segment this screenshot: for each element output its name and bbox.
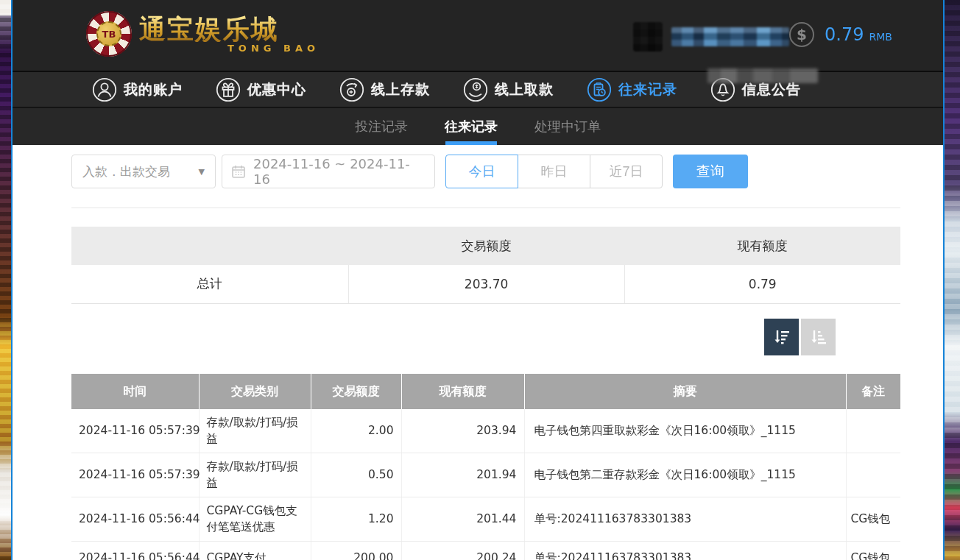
sort-descending-button[interactable]	[764, 319, 799, 355]
records-table: 时间 交易类别 交易额度 现有额度 摘要 备注 2024-11-16 05:57…	[71, 374, 900, 560]
table-row: 2024-11-16 05:57:39 存款/取款/打码/损益 0.50 201…	[71, 453, 900, 497]
redaction-blur	[707, 68, 818, 83]
cell-balance: 201.44	[401, 497, 524, 541]
cell-summary: 电子钱包第二重存款彩金《次日16:00领取》_1115	[524, 453, 846, 497]
summary-total-row: 总计 203.70 0.79	[71, 265, 900, 303]
nav-promotions[interactable]: 优惠中心	[216, 77, 306, 102]
today-button[interactable]: 今日	[445, 155, 518, 188]
cell-time: 2024-11-16 05:57:39	[71, 409, 199, 453]
tab-betting-records[interactable]: 投注记录	[352, 108, 411, 145]
nav-my-account[interactable]: 我的账户	[92, 77, 183, 102]
cell-amount: 2.00	[311, 409, 401, 453]
background-window-left	[0, 0, 11, 560]
cell-time: 2024-11-16 05:56:44	[71, 541, 199, 560]
selected-type-label: 入款．出款交易	[82, 163, 170, 180]
gift-icon	[216, 77, 241, 102]
cell-type: 存款/取款/打码/损益	[199, 453, 311, 497]
cell-note	[846, 453, 900, 497]
site-logo[interactable]: TB 通宝娱乐城 TONG BAO	[86, 11, 320, 57]
user-icon	[92, 77, 117, 102]
section-divider	[71, 208, 900, 208]
summary-header-empty	[71, 227, 348, 265]
cell-amount: 0.50	[311, 453, 401, 497]
cell-type: CGPAY支付	[199, 541, 311, 560]
records-header-row: 时间 交易类别 交易额度 现有额度 摘要 备注	[71, 374, 900, 409]
tab-processing-orders[interactable]: 处理中订单	[532, 108, 604, 145]
cell-balance: 203.94	[401, 409, 524, 453]
sort-ascending-button[interactable]	[801, 319, 836, 355]
nav-online-deposit[interactable]: 线上存款	[339, 77, 430, 102]
cell-time: 2024-11-16 05:56:44	[71, 497, 199, 541]
user-account-area[interactable]	[633, 22, 789, 52]
cell-note: CG钱包	[846, 497, 900, 541]
chevron-down-icon: ▼	[199, 167, 205, 177]
content-area: 入款．出款交易 ▼ 2024-11-16 ~ 2024-11-16 今日 昨日 …	[13, 145, 943, 560]
sort-descending-icon	[772, 327, 791, 347]
summary-total-label: 总计	[71, 265, 348, 303]
calendar-icon	[231, 164, 246, 179]
record-tabs: 投注记录 往来记录 处理中订单	[13, 108, 943, 145]
sort-controls	[764, 319, 836, 355]
site-header: TB 通宝娱乐城 TONG BAO $ 0.79 RMB	[13, 0, 943, 71]
cell-type: 存款/取款/打码/损益	[199, 409, 311, 453]
logo-subtitle: TONG BAO	[139, 43, 320, 53]
chip-tb-monogram: TB	[96, 21, 121, 46]
balance-display[interactable]: $ 0.79 RMB	[789, 22, 892, 47]
col-header-summary: 摘要	[524, 374, 846, 409]
cell-note	[846, 409, 900, 453]
summary-header-transaction: 交易额度	[348, 227, 624, 265]
cell-summary: 电子钱包第四重取款彩金《次日16:00领取》_1115	[524, 409, 846, 453]
cell-amount: 1.20	[311, 497, 401, 541]
records-clipboard-icon	[587, 77, 612, 102]
col-header-time: 时间	[71, 374, 199, 409]
logo-title: 通宝娱乐城	[139, 15, 320, 42]
col-header-note: 备注	[846, 374, 900, 409]
last7days-button[interactable]: 近7日	[590, 155, 663, 188]
nav-announcements[interactable]: 信息公告	[710, 77, 801, 102]
summary-header-row: 交易额度 现有额度	[71, 227, 900, 265]
avatar	[633, 22, 663, 52]
summary-balance-total: 0.79	[624, 265, 900, 303]
date-range-picker[interactable]: 2024-11-16 ~ 2024-11-16	[222, 155, 435, 188]
col-header-balance: 现有额度	[401, 374, 524, 409]
username-redacted	[671, 27, 789, 46]
col-header-amount: 交易额度	[311, 374, 401, 409]
col-header-type: 交易类别	[199, 374, 311, 409]
cell-type: CGPAY-CG钱包支付笔笔送优惠	[199, 497, 311, 541]
dollar-icon: $	[789, 22, 814, 47]
cell-balance: 201.94	[401, 453, 524, 497]
balance-amount: 0.79	[825, 24, 864, 45]
summary-transaction-total: 203.70	[348, 265, 624, 303]
casino-chip-icon: TB	[86, 11, 132, 57]
transaction-type-select[interactable]: 入款．出款交易 ▼	[71, 155, 216, 188]
nav-online-withdraw[interactable]: 线上取款	[463, 77, 554, 102]
cell-summary: 单号:202411163783301383	[524, 541, 846, 560]
quick-date-group: 今日 昨日 近7日	[445, 155, 663, 188]
cell-summary: 单号:202411163783301383	[524, 497, 846, 541]
sort-ascending-icon	[809, 327, 828, 347]
cell-note: CG钱包	[846, 541, 900, 560]
yesterday-button[interactable]: 昨日	[518, 155, 590, 188]
cell-time: 2024-11-16 05:57:39	[71, 453, 199, 497]
date-range-value: 2024-11-16 ~ 2024-11-16	[253, 156, 426, 187]
table-row: 2024-11-16 05:56:44 CGPAY-CG钱包支付笔笔送优惠 1.…	[71, 497, 900, 541]
filter-row: 入款．出款交易 ▼ 2024-11-16 ~ 2024-11-16 今日 昨日 …	[71, 155, 748, 188]
summary-table: 交易额度 现有额度 总计 203.70 0.79	[71, 227, 900, 304]
search-button[interactable]: 查询	[673, 155, 748, 188]
cell-amount: 200.00	[311, 541, 401, 560]
table-row: 2024-11-16 05:56:44 CGPAY支付 200.00 200.2…	[71, 541, 900, 560]
withdraw-money-hand-icon	[463, 77, 488, 102]
table-row: 2024-11-16 05:57:39 存款/取款/打码/损益 2.00 203…	[71, 409, 900, 453]
main-navigation: 我的账户 优惠中心 线上存款 线上取款	[13, 71, 943, 108]
nav-transaction-records[interactable]: 往来记录	[587, 77, 677, 102]
balance-currency: RMB	[869, 31, 892, 43]
logo-text: 通宝娱乐城 TONG BAO	[139, 15, 320, 53]
background-window-right	[945, 0, 960, 560]
tab-transaction-records[interactable]: 往来记录	[442, 108, 501, 145]
deposit-coin-hand-icon	[339, 77, 364, 102]
cell-balance: 200.24	[401, 541, 524, 560]
summary-header-balance: 现有额度	[624, 227, 900, 265]
casino-site-window: TB 通宝娱乐城 TONG BAO $ 0.79 RMB 我的账户	[11, 0, 945, 560]
